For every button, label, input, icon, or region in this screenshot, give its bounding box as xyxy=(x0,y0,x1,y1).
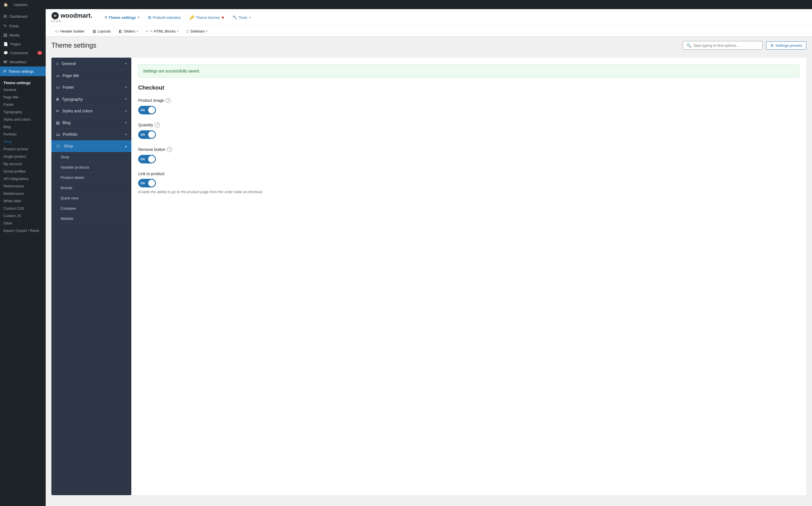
media-icon: 🖼 xyxy=(3,33,7,37)
nav-prebuilt-websites[interactable]: ⊞ Prebuilt websites xyxy=(144,13,185,22)
sidebar-item-woodmart[interactable]: W WoodMart xyxy=(0,57,46,67)
typography-chevron: ▾ xyxy=(125,97,127,101)
settings-presets-button[interactable]: ⚙ Settings presets xyxy=(766,41,806,50)
panel-portfolio-label: Portfolio xyxy=(63,132,77,137)
nav-tools-label: Tools xyxy=(239,15,247,20)
search-icon: 🔍 xyxy=(686,43,691,48)
setting-label-product-image: Product image ? xyxy=(138,98,799,103)
portfolio-panel-icon: 🗂 xyxy=(56,132,60,137)
subnav-white-label[interactable]: White label xyxy=(0,197,46,205)
brand-area: W woodmart. v.7.1.4 xyxy=(51,12,101,23)
subnav-header-builder-label: Header builder xyxy=(60,29,84,33)
sidebar-item-comments[interactable]: 💬 Comments 3 xyxy=(0,49,46,57)
panel-item-typography[interactable]: A Typography ▾ xyxy=(51,93,131,105)
sidebar-item-pages[interactable]: 📄 Pages xyxy=(0,39,46,49)
panel-sub-shop[interactable]: Shop xyxy=(51,152,131,162)
subnav-import-export[interactable]: Import / Export / Reset xyxy=(0,227,46,235)
quantity-help-icon[interactable]: ? xyxy=(155,122,160,128)
panel-shop-label: Shop xyxy=(64,144,73,148)
panel-item-general[interactable]: ⌂ General ▾ xyxy=(51,58,131,70)
panel-sub-brands[interactable]: Brands xyxy=(51,183,131,193)
panel-item-footer[interactable]: ▭ Footer ▾ xyxy=(51,82,131,93)
panel-sub-product-labels-label: Product labels xyxy=(61,175,84,180)
toggle-link-to-product[interactable]: ON xyxy=(138,179,156,187)
panel-sub-wishlist[interactable]: Wishlist xyxy=(51,214,131,224)
subnav-my-account[interactable]: My account xyxy=(0,160,46,168)
panel-styles-label: Styles and colors xyxy=(62,109,93,113)
sidebar-item-media[interactable]: 🖼 Media xyxy=(0,31,46,39)
panel-footer-label: Footer xyxy=(63,85,74,90)
panel-sub-variable-products[interactable]: Variable products xyxy=(51,162,131,173)
subnav-html-blocks[interactable]: < > HTML Blocks ▾ xyxy=(142,27,183,36)
nav-theme-license[interactable]: 🔑 Theme license xyxy=(186,13,227,22)
subnav-styles-colors[interactable]: Styles and colors xyxy=(0,116,46,123)
search-box[interactable]: 🔍 xyxy=(683,41,763,50)
setting-label-remove-button: Remove button ? xyxy=(138,147,799,152)
sliders-icon: ◧ xyxy=(119,29,123,33)
subnav-social-profiles[interactable]: Social profiles xyxy=(0,168,46,175)
panel-sub-compare[interactable]: Compare xyxy=(51,203,131,214)
header-builder-icon: ▭ xyxy=(55,29,59,33)
subnav-api-integrations[interactable]: API integrations xyxy=(0,175,46,182)
toggle-product-image[interactable]: ON xyxy=(138,106,156,114)
sidebar-posts-label: Posts xyxy=(9,24,19,28)
page-title-panel-icon: ▭ xyxy=(56,73,60,78)
subnav-header-builder[interactable]: ▭ Header builder xyxy=(51,26,88,36)
panel-item-page-title[interactable]: ▭ Page title xyxy=(51,70,131,82)
toggle-wrap-product-image: ON xyxy=(138,106,799,114)
sidebar-item-posts[interactable]: ✎ Posts xyxy=(0,21,46,31)
subnav-footer[interactable]: Footer xyxy=(0,101,46,108)
remove-button-help-icon[interactable]: ? xyxy=(167,147,172,152)
panel-item-styles-colors[interactable]: ✏ Styles and colors ▾ xyxy=(51,105,131,117)
setting-row-product-image: Product image ? ON xyxy=(138,98,799,114)
subnav-general[interactable]: General xyxy=(0,86,46,94)
toggle-wrap-quantity: ON xyxy=(138,131,799,139)
subnav-blog[interactable]: Blog xyxy=(0,123,46,131)
subnav-sidebars[interactable]: ▯ Sidebars ▾ xyxy=(183,26,211,36)
subnav-page-title[interactable]: Page title xyxy=(0,94,46,101)
product-image-help-icon[interactable]: ? xyxy=(165,98,171,103)
toggle-on-label-remove-button: ON xyxy=(140,158,145,161)
panel-sub-quick-view[interactable]: Quick view xyxy=(51,193,131,203)
panel-item-shop[interactable]: 🛒 Shop ▴ xyxy=(51,140,131,152)
sidebar-item-theme-settings[interactable]: ≡ Theme settings xyxy=(0,67,46,76)
panel-item-portfolio[interactable]: 🗂 Portfolio ▾ xyxy=(51,129,131,140)
general-panel-icon: ⌂ xyxy=(56,61,59,66)
subnav-single-product[interactable]: Single product xyxy=(0,153,46,160)
search-input[interactable] xyxy=(693,44,756,48)
sidebar-item-dashboard[interactable]: ⊞ Dashboard xyxy=(0,11,46,21)
footer-chevron: ▾ xyxy=(125,86,127,89)
nav-theme-settings[interactable]: ≡ Theme settings ▾ xyxy=(101,13,143,22)
subnav-typography[interactable]: Typography xyxy=(0,108,46,116)
subnav-other[interactable]: Other xyxy=(0,220,46,227)
setting-description-link-to-product: Enable the ability to go to the product … xyxy=(138,190,799,194)
setting-row-link-to-product: Link to product ON Enable the ability to… xyxy=(138,171,799,194)
admin-bar-home[interactable]: 🏠 xyxy=(3,3,8,7)
subnav-maintenance[interactable]: Maintenance xyxy=(0,190,46,197)
app-root: 🏠 Updates ⊞ Dashboard ✎ Posts 🖼 Media xyxy=(0,0,812,506)
toggle-quantity[interactable]: ON xyxy=(138,131,156,139)
subnav-shop[interactable]: Shop xyxy=(0,138,46,146)
subnav-custom-js[interactable]: Custom JS xyxy=(0,212,46,220)
subnav-layouts[interactable]: ▦ Layouts xyxy=(89,26,115,36)
panel-sub-product-labels[interactable]: Product labels xyxy=(51,173,131,183)
subnav-sliders[interactable]: ◧ Sliders ▾ xyxy=(115,26,142,36)
subnav-performance[interactable]: Performance xyxy=(0,182,46,190)
nav-prebuilt-label: Prebuilt websites xyxy=(153,15,181,20)
subnav-sliders-label: Sliders xyxy=(124,29,135,33)
subnav-custom-css[interactable]: Custom CSS xyxy=(0,205,46,212)
panel-sidebar: ⌂ General ▾ ▭ Page title xyxy=(51,58,131,495)
brand-logo-letter: W xyxy=(54,14,57,17)
wp-sidebar: ⊞ Dashboard ✎ Posts 🖼 Media 📄 Pages 💬 xyxy=(0,9,46,506)
settings-presets-label: Settings presets xyxy=(775,44,802,48)
panel-item-blog[interactable]: ▤ Blog ▾ xyxy=(51,117,131,129)
toggle-remove-button[interactable]: ON xyxy=(138,155,156,163)
admin-bar-updates[interactable]: Updates xyxy=(14,3,27,7)
content-area: ⊞ Dashboard ✎ Posts 🖼 Media 📄 Pages 💬 xyxy=(0,9,812,506)
sidebar-dashboard-label: Dashboard xyxy=(9,14,28,18)
tools-caret: ▾ xyxy=(249,16,251,19)
nav-tools[interactable]: 🔧 Tools ▾ xyxy=(229,13,254,22)
subnav-portfolio[interactable]: Portfolio xyxy=(0,131,46,138)
panel-shop-left: 🛒 Shop xyxy=(56,144,73,148)
subnav-product-archive[interactable]: Product archive xyxy=(0,146,46,153)
